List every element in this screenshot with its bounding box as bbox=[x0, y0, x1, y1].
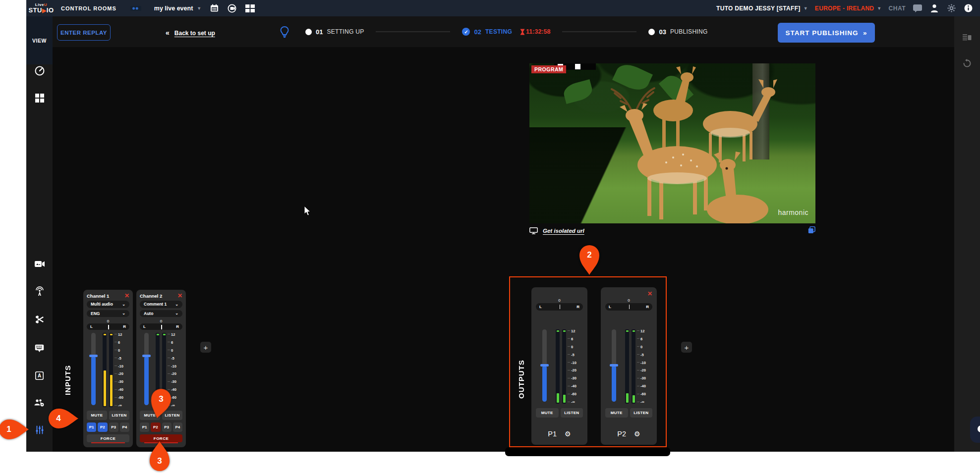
gear-icon[interactable] bbox=[946, 3, 956, 13]
view-label: VIEW bbox=[32, 38, 47, 44]
event-select[interactable]: my live event ▼ bbox=[154, 5, 201, 12]
mute-button[interactable]: MUTE bbox=[605, 408, 628, 418]
vu-meter-right bbox=[562, 329, 566, 404]
meter-scale-label: -5 bbox=[118, 357, 123, 360]
close-icon[interactable]: ✕ bbox=[647, 291, 652, 296]
step-divider bbox=[376, 31, 450, 32]
p2-button[interactable]: P2 bbox=[98, 422, 107, 432]
add-output-button[interactable]: + bbox=[681, 342, 692, 353]
info-icon[interactable] bbox=[963, 3, 973, 13]
stage-toolbar: ENTER REPLAY «Back to set up 01 SETTING … bbox=[53, 16, 954, 47]
chat-bubble-icon bbox=[977, 424, 980, 436]
control-rooms-label[interactable]: CONTROL ROOMS bbox=[61, 5, 116, 11]
source-select[interactable]: Comment 1⌄ bbox=[140, 301, 182, 308]
program-badge: PROGRAM bbox=[531, 65, 566, 73]
step-publishing[interactable]: 03 PUBLISHING bbox=[648, 28, 707, 36]
meter-scale: 1260-5-10-20-30-40-60-∞ bbox=[118, 333, 123, 407]
p4-button[interactable]: P4 bbox=[120, 422, 129, 432]
meter-scale-label: -20 bbox=[171, 372, 176, 375]
program-video-preview[interactable]: PROGRAM harmonic bbox=[529, 63, 815, 223]
lightbulb-tip-icon[interactable] bbox=[280, 26, 289, 40]
pan-slider[interactable]: LR bbox=[140, 323, 182, 330]
pan-center-tick bbox=[560, 305, 561, 309]
check-circle-icon: ✓ bbox=[462, 28, 470, 36]
listen-button[interactable]: LISTEN bbox=[109, 411, 129, 420]
outputs-section-label: OUTPUTS bbox=[517, 339, 525, 399]
topbar-right-group: TUTO DEMO JESSY [STAFF] ▼ EUROPE - IRELA… bbox=[716, 3, 980, 13]
source-select[interactable]: Multi audio⌄ bbox=[87, 301, 129, 308]
support-chat-launcher[interactable] bbox=[970, 417, 980, 443]
back-to-setup-link[interactable]: «Back to set up bbox=[166, 29, 215, 37]
region-select[interactable]: EUROPE - IRELAND ▼ bbox=[815, 5, 882, 12]
layout-panels-icon[interactable] bbox=[26, 90, 53, 106]
gear-icon[interactable]: ⚙ bbox=[634, 430, 640, 437]
pan-slider[interactable]: LR bbox=[605, 303, 652, 311]
pan-slider[interactable]: LR bbox=[536, 303, 583, 311]
vu-meters bbox=[103, 333, 113, 407]
force-button[interactable]: FORCE bbox=[87, 434, 129, 442]
volume-fader[interactable] bbox=[87, 333, 100, 407]
chat-bubble-icon[interactable] bbox=[913, 3, 922, 13]
undo-history-icon[interactable] bbox=[954, 56, 980, 71]
user-menu[interactable]: TUTO DEMO JESSY [STAFF] ▼ bbox=[716, 5, 808, 12]
liveu-studio-logo[interactable]: LiveU STU▶IO bbox=[27, 3, 55, 13]
layout-grid-icon[interactable] bbox=[245, 3, 255, 13]
captions-icon[interactable]: A bbox=[26, 367, 53, 384]
panel-edge-bar bbox=[505, 447, 670, 456]
close-icon[interactable]: ✕ bbox=[177, 293, 182, 298]
meter-scale-label: -∞ bbox=[571, 400, 576, 404]
annotation-pin-2-number: 2 bbox=[587, 250, 591, 260]
inputs-section-label: INPUTS bbox=[63, 341, 72, 395]
step-setting-up[interactable]: 01 SETTING UP bbox=[305, 28, 364, 36]
isolated-url-row: Get isolated url bbox=[529, 226, 815, 236]
volume-fader[interactable] bbox=[536, 329, 553, 404]
broadcast-antenna-icon[interactable] bbox=[26, 283, 53, 300]
get-isolated-url-link[interactable]: Get isolated url bbox=[543, 228, 584, 234]
chat-label[interactable]: CHAT bbox=[889, 5, 906, 12]
scissors-icon[interactable] bbox=[26, 311, 53, 328]
add-input-button[interactable]: + bbox=[200, 342, 211, 353]
close-icon[interactable]: ✕ bbox=[124, 293, 129, 298]
notes-panel-icon[interactable] bbox=[954, 30, 980, 45]
volume-fader[interactable] bbox=[605, 329, 622, 404]
mute-button[interactable]: MUTE bbox=[87, 411, 107, 420]
svg-text:A: A bbox=[38, 373, 41, 378]
input-channel-2-card: Channel 2 ✕ Comment 1⌄ Auto⌄ 0 LR 1260-5… bbox=[136, 290, 186, 447]
monitor-record-icon[interactable] bbox=[227, 3, 237, 13]
listen-button[interactable]: LISTEN bbox=[630, 408, 653, 418]
mode-select[interactable]: Auto⌄ bbox=[140, 310, 182, 317]
start-publishing-button[interactable]: START PUBLISHING » bbox=[778, 23, 875, 43]
step-testing[interactable]: ✓ 02 TESTING 11:32:58 bbox=[462, 28, 550, 36]
meter-scale-label: 12 bbox=[171, 333, 176, 336]
meter-scale-label: -10 bbox=[571, 361, 576, 365]
video-camera-icon[interactable] bbox=[26, 256, 53, 272]
view-section: VIEW bbox=[26, 16, 53, 64]
meter-scale-label: -40 bbox=[640, 384, 646, 388]
meter-scale-label: -30 bbox=[118, 380, 123, 383]
p3-button[interactable]: P3 bbox=[109, 422, 118, 432]
p1-button[interactable]: P1 bbox=[140, 422, 149, 432]
meter-scale-label: 12 bbox=[640, 329, 646, 333]
harmonic-watermark: harmonic bbox=[778, 209, 808, 216]
event-name: my live event bbox=[154, 5, 193, 12]
mode-select[interactable]: ENG⌄ bbox=[87, 310, 129, 317]
copy-icon[interactable] bbox=[808, 226, 815, 236]
output-p2-card: ✕ 0 LR 1260-5-10-20-30-40-60-∞ MUTE LIST… bbox=[601, 287, 657, 445]
gear-icon[interactable]: ⚙ bbox=[565, 430, 571, 437]
keyboard-tooltip-icon[interactable] bbox=[26, 340, 53, 357]
listen-button[interactable]: LISTEN bbox=[561, 408, 583, 418]
enter-replay-button[interactable]: ENTER REPLAY bbox=[57, 24, 111, 41]
dashboard-icon[interactable] bbox=[26, 62, 53, 79]
p2-button[interactable]: P2 bbox=[151, 422, 160, 432]
pan-slider[interactable]: LR bbox=[87, 323, 129, 330]
meter-scale: 1260-5-10-20-30-40-60-∞ bbox=[640, 329, 646, 404]
calendar-icon[interactable] bbox=[209, 3, 219, 13]
mute-button[interactable]: MUTE bbox=[536, 408, 559, 418]
p1-button[interactable]: P1 bbox=[87, 422, 96, 432]
p4-button[interactable]: P4 bbox=[173, 422, 182, 432]
chevron-down-icon: ▼ bbox=[197, 6, 201, 11]
p3-button[interactable]: P3 bbox=[162, 422, 172, 432]
meter-ticks bbox=[637, 330, 639, 403]
user-icon[interactable] bbox=[929, 3, 939, 13]
meter-scale-label: -10 bbox=[118, 365, 123, 368]
